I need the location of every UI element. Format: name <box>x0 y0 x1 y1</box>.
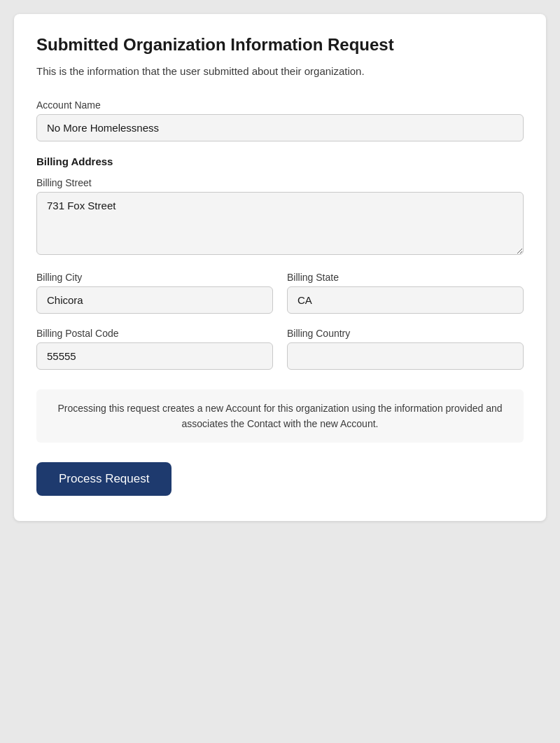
billing-city-label: Billing City <box>36 272 273 283</box>
billing-country-group: Billing Country <box>287 328 524 370</box>
page-title: Submitted Organization Information Reque… <box>36 34 524 55</box>
page-description: This is the information that the user su… <box>36 64 524 80</box>
city-state-row: Billing City Billing State <box>36 272 524 328</box>
main-card: Submitted Organization Information Reque… <box>14 14 546 521</box>
account-name-input[interactable] <box>36 114 524 141</box>
billing-city-group: Billing City <box>36 272 273 314</box>
billing-street-label: Billing Street <box>36 177 524 188</box>
billing-country-input[interactable] <box>287 342 524 370</box>
info-notice-text: Processing this request creates a new Ac… <box>50 401 510 432</box>
billing-country-label: Billing Country <box>287 328 524 339</box>
billing-section-heading: Billing Address <box>36 155 524 167</box>
billing-postal-label: Billing Postal Code <box>36 328 273 339</box>
billing-postal-group: Billing Postal Code <box>36 328 273 370</box>
account-name-group: Account Name <box>36 99 524 141</box>
postal-country-row: Billing Postal Code Billing Country <box>36 328 524 384</box>
billing-postal-input[interactable] <box>36 342 273 370</box>
billing-state-input[interactable] <box>287 286 524 314</box>
info-notice: Processing this request creates a new Ac… <box>36 389 524 443</box>
billing-street-input[interactable] <box>36 192 524 255</box>
billing-city-input[interactable] <box>36 286 273 314</box>
billing-state-group: Billing State <box>287 272 524 314</box>
billing-state-label: Billing State <box>287 272 524 283</box>
billing-street-group: Billing Street <box>36 177 524 258</box>
process-request-button[interactable]: Process Request <box>36 462 172 496</box>
account-name-label: Account Name <box>36 99 524 111</box>
